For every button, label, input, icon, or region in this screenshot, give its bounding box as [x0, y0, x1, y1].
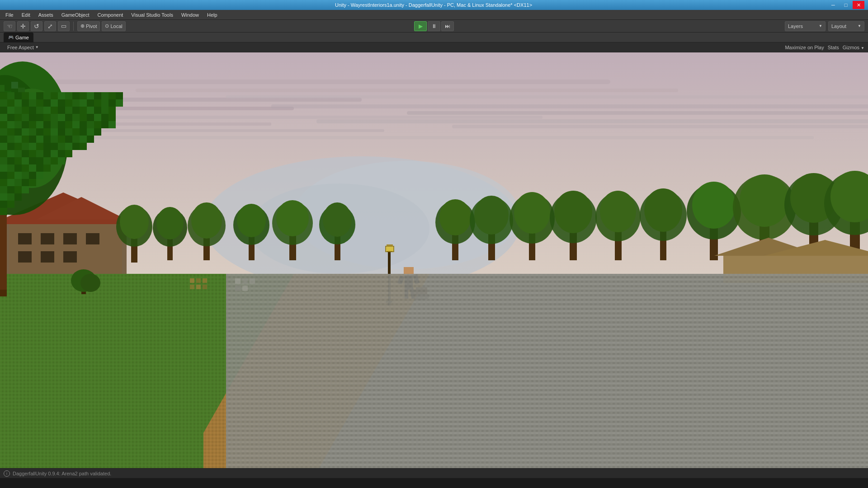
maximize-on-play-label[interactable]: Maximize on Play [785, 45, 824, 50]
minimize-button[interactable]: ─ [827, 1, 839, 9]
menu-gameobject[interactable]: GameObject [58, 11, 93, 19]
menu-assets[interactable]: Assets [35, 11, 57, 19]
svg-rect-132 [386, 247, 393, 251]
svg-rect-144 [242, 278, 248, 284]
hand-tool-button[interactable]: ☜ [4, 21, 15, 31]
svg-rect-314 [7, 186, 14, 193]
svg-rect-201 [87, 107, 94, 114]
gizmos-arrow: ▼ [861, 46, 864, 50]
rect-tool-button[interactable]: ▭ [58, 21, 70, 31]
svg-rect-17 [271, 104, 868, 108]
menu-file[interactable]: File [2, 11, 17, 19]
svg-rect-166 [80, 92, 87, 99]
svg-rect-320 [0, 201, 7, 208]
svg-rect-170 [108, 92, 116, 99]
play-button[interactable]: ▶ [414, 21, 427, 31]
svg-rect-207 [14, 114, 22, 121]
local-button[interactable]: ⊙ Local [102, 21, 125, 31]
svg-rect-221 [0, 121, 7, 128]
svg-rect-190 [7, 107, 14, 114]
svg-rect-32 [18, 233, 32, 244]
svg-point-68 [439, 199, 471, 235]
svg-rect-208 [22, 114, 29, 121]
game-toolbar: Free Aspect ▼ Maximize on Play Stats Giz… [0, 42, 868, 52]
svg-rect-200 [80, 107, 87, 114]
svg-rect-292 [43, 157, 51, 164]
svg-rect-274 [72, 143, 80, 150]
menu-window[interactable]: Window [178, 11, 203, 19]
stats-button[interactable]: Stats [828, 45, 839, 50]
svg-rect-12 [0, 80, 610, 84]
svg-rect-256 [36, 136, 43, 143]
svg-rect-153 [203, 285, 207, 289]
svg-rect-180 [58, 99, 65, 107]
menu-edit[interactable]: Edit [18, 11, 34, 19]
layout-dropdown[interactable]: Layout ▼ [828, 21, 864, 31]
svg-rect-302 [0, 172, 7, 179]
svg-point-74 [514, 192, 550, 234]
maximize-button[interactable]: □ [840, 1, 852, 9]
svg-rect-245 [58, 128, 65, 136]
svg-rect-242 [36, 128, 43, 136]
svg-rect-306 [29, 172, 36, 179]
svg-rect-294 [58, 157, 65, 164]
svg-rect-265 [7, 143, 14, 150]
svg-rect-151 [190, 285, 194, 289]
pivot-button[interactable]: ⊕ Pivot [77, 21, 100, 31]
svg-rect-149 [196, 278, 201, 283]
menu-bar: File Edit Assets GameObject Component Vi… [0, 10, 868, 20]
svg-rect-214 [65, 114, 72, 121]
layers-dropdown[interactable]: Layers ▼ [785, 21, 826, 31]
svg-rect-300 [36, 164, 43, 172]
svg-rect-37 [41, 251, 54, 263]
layers-dropdown-arrow: ▼ [819, 24, 822, 28]
svg-rect-273 [65, 143, 72, 150]
svg-rect-197 [58, 107, 65, 114]
svg-rect-167 [87, 92, 94, 99]
svg-rect-234 [94, 121, 101, 128]
svg-rect-145 [250, 278, 255, 284]
pause-button[interactable]: ⏸ [428, 21, 440, 31]
svg-rect-159 [29, 92, 36, 99]
rotate-tool-button[interactable]: ↺ [31, 21, 42, 31]
menu-visual-studio-tools[interactable]: Visual Studio Tools [127, 11, 177, 19]
svg-rect-266 [14, 143, 22, 150]
svg-rect-251 [0, 136, 7, 143]
aspect-arrow: ▼ [35, 45, 39, 49]
svg-rect-209 [29, 114, 36, 121]
gizmos-button[interactable]: Gizmos ▼ [843, 45, 864, 50]
close-button[interactable]: ✕ [853, 1, 864, 9]
svg-rect-225 [29, 121, 36, 128]
svg-rect-321 [7, 201, 14, 208]
svg-rect-148 [190, 278, 194, 283]
svg-rect-255 [29, 136, 36, 143]
svg-rect-171 [116, 92, 123, 99]
scale-tool-button[interactable]: ⤢ [44, 21, 56, 31]
svg-rect-259 [58, 136, 65, 143]
free-aspect-button[interactable]: Free Aspect ▼ [4, 43, 42, 52]
svg-rect-215 [72, 114, 80, 121]
svg-rect-111 [0, 85, 5, 92]
step-button[interactable]: ⏭ [441, 21, 454, 31]
svg-rect-236 [108, 121, 116, 128]
svg-rect-150 [203, 278, 207, 283]
svg-rect-310 [14, 179, 22, 186]
menu-help[interactable]: Help [203, 11, 221, 19]
svg-rect-160 [36, 92, 43, 99]
svg-rect-34 [63, 233, 77, 244]
svg-rect-258 [51, 136, 58, 143]
svg-rect-264 [0, 143, 7, 150]
game-view-tab[interactable]: 🎮 Game [4, 33, 33, 42]
svg-rect-322 [0, 208, 7, 215]
svg-rect-250 [94, 128, 101, 136]
svg-rect-317 [0, 193, 7, 201]
pivot-label: Pivot [86, 23, 97, 29]
menu-component[interactable]: Component [94, 11, 127, 19]
svg-rect-189 [0, 107, 7, 114]
svg-rect-165 [72, 92, 80, 99]
move-tool-button[interactable]: ✛ [17, 21, 29, 31]
svg-rect-262 [80, 136, 87, 143]
svg-rect-244 [51, 128, 58, 136]
svg-rect-287 [7, 157, 14, 164]
svg-rect-313 [0, 186, 7, 193]
